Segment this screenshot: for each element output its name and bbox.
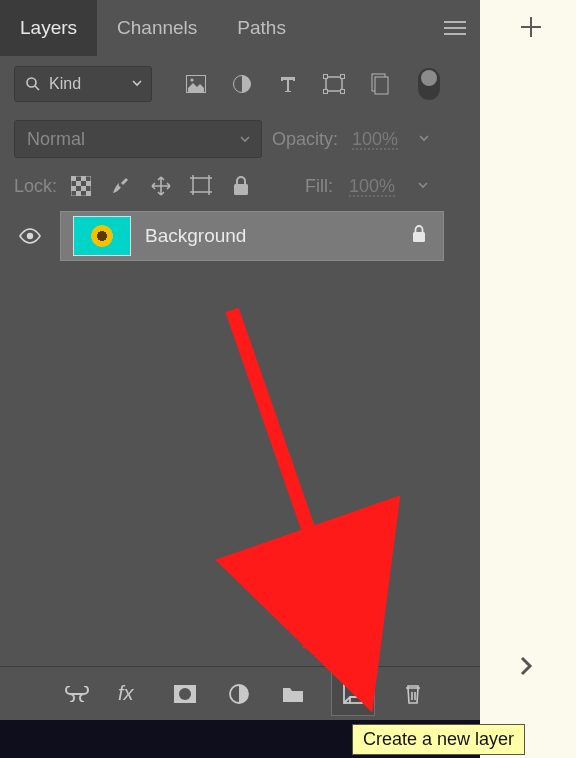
- opacity-label: Opacity:: [272, 129, 338, 150]
- svg-rect-18: [76, 191, 81, 196]
- opacity-value[interactable]: 100%: [352, 129, 408, 150]
- panel-menu-button[interactable]: [430, 0, 480, 56]
- tooltip-text: Create a new layer: [363, 729, 514, 749]
- svg-rect-16: [71, 186, 76, 191]
- tab-label: Paths: [237, 17, 286, 39]
- fill-label: Fill:: [305, 176, 333, 197]
- filter-type-icons: [184, 72, 392, 96]
- svg-rect-4: [326, 77, 342, 91]
- lock-icon: [411, 225, 427, 247]
- svg-rect-12: [71, 176, 76, 181]
- tab-channels[interactable]: Channels: [97, 0, 217, 56]
- chevron-down-icon: [131, 75, 143, 93]
- svg-rect-13: [81, 176, 86, 181]
- visibility-toggle[interactable]: [0, 227, 60, 245]
- lock-icons: [69, 174, 253, 198]
- search-icon: [25, 76, 41, 92]
- blend-mode-label: Normal: [27, 129, 85, 150]
- svg-rect-7: [324, 90, 328, 94]
- svg-rect-21: [234, 184, 248, 195]
- svg-point-2: [190, 78, 193, 81]
- filter-kind-label: Kind: [49, 75, 81, 93]
- expand-panel-button[interactable]: [518, 654, 534, 682]
- svg-rect-19: [86, 191, 91, 196]
- lock-row: Lock: Fill: 100%: [0, 166, 480, 210]
- chevron-down-icon: [239, 129, 251, 150]
- new-layer-button[interactable]: [332, 673, 374, 715]
- svg-rect-17: [81, 186, 86, 191]
- panel-tabs: Layers Channels Paths: [0, 0, 480, 56]
- eye-icon: [18, 227, 42, 245]
- svg-rect-8: [341, 90, 345, 94]
- filter-pixel-icon[interactable]: [184, 72, 208, 96]
- filter-shape-icon[interactable]: [322, 72, 346, 96]
- filter-kind-select[interactable]: Kind: [14, 66, 152, 102]
- svg-point-0: [27, 78, 36, 87]
- svg-rect-10: [375, 77, 388, 94]
- layer-thumbnail: [73, 216, 131, 256]
- adjustment-layer-button[interactable]: [224, 679, 254, 709]
- layer-row[interactable]: Background: [0, 210, 480, 262]
- lock-position-icon[interactable]: [149, 174, 173, 198]
- layers-panel: Layers Channels Paths Kind Normal: [0, 0, 480, 720]
- tooltip: Create a new layer: [352, 724, 525, 755]
- lock-transparency-icon[interactable]: [69, 174, 93, 198]
- layer-filter-row: Kind: [0, 56, 480, 112]
- lock-artboard-icon[interactable]: [189, 174, 213, 198]
- layer-style-button[interactable]: fx: [116, 679, 146, 709]
- add-panel-button[interactable]: [518, 14, 544, 44]
- layer-name: Background: [145, 225, 411, 247]
- layer-item[interactable]: Background: [60, 211, 444, 261]
- lock-image-icon[interactable]: [109, 174, 133, 198]
- lock-all-icon[interactable]: [229, 174, 253, 198]
- new-group-button[interactable]: [278, 679, 308, 709]
- filter-toggle[interactable]: [418, 68, 440, 100]
- svg-text:fx: fx: [118, 683, 135, 704]
- tab-layers[interactable]: Layers: [0, 0, 97, 56]
- svg-rect-23: [413, 232, 425, 242]
- svg-rect-5: [324, 75, 328, 79]
- svg-rect-20: [193, 178, 209, 192]
- filter-adjustment-icon[interactable]: [230, 72, 254, 96]
- chevron-down-icon[interactable]: [418, 130, 430, 148]
- fill-value[interactable]: 100%: [349, 176, 405, 197]
- link-layers-button[interactable]: [62, 679, 92, 709]
- tab-paths[interactable]: Paths: [217, 0, 306, 56]
- svg-rect-6: [341, 75, 345, 79]
- filter-smartobject-icon[interactable]: [368, 72, 392, 96]
- layer-mask-button[interactable]: [170, 679, 200, 709]
- right-collapse-area: [480, 0, 568, 720]
- lock-label: Lock:: [14, 176, 57, 197]
- tab-label: Layers: [20, 17, 77, 39]
- plus-icon: [518, 14, 544, 40]
- layer-list: Background: [0, 210, 480, 666]
- chevron-right-icon: [518, 654, 534, 678]
- svg-rect-14: [76, 181, 81, 186]
- delete-layer-button[interactable]: [398, 679, 428, 709]
- tab-label: Channels: [117, 17, 197, 39]
- toggle-knob: [421, 70, 437, 86]
- filter-type-icon[interactable]: [276, 72, 300, 96]
- blend-mode-select[interactable]: Normal: [14, 120, 262, 158]
- layer-bottom-bar: fx: [0, 666, 480, 720]
- blend-row: Normal Opacity: 100%: [0, 112, 480, 166]
- svg-rect-15: [86, 181, 91, 186]
- svg-point-22: [27, 233, 33, 239]
- hamburger-icon: [444, 20, 466, 36]
- svg-point-26: [179, 688, 191, 700]
- chevron-down-icon[interactable]: [417, 177, 429, 195]
